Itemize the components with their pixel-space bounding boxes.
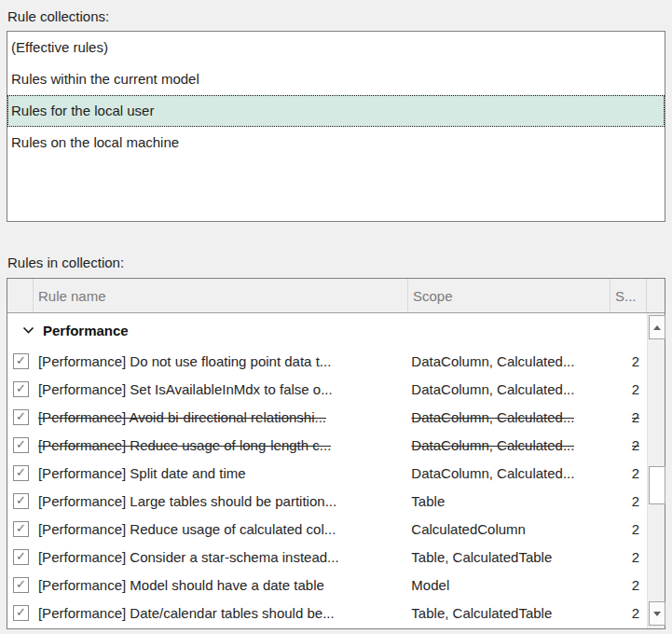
rule-scope: DataColumn, Calculated... bbox=[411, 409, 574, 425]
group-header-label: Performance bbox=[43, 323, 129, 338]
rule-collection-item[interactable]: Rules for the local user bbox=[7, 95, 665, 127]
rule-severity: 2 bbox=[632, 381, 639, 397]
rule-name-column-label: Rule name bbox=[38, 288, 106, 304]
rule-name: [Performance] Set IsAvailableInMdx to fa… bbox=[38, 381, 333, 397]
rule-scope: DataColumn, Calculated... bbox=[411, 437, 574, 453]
vertical-scrollbar[interactable] bbox=[647, 313, 665, 628]
check-icon: ✓ bbox=[16, 606, 26, 618]
checkbox-column-header[interactable] bbox=[7, 279, 34, 312]
rule-checkbox[interactable]: ✓ bbox=[13, 353, 29, 369]
rule-name: [Performance] Consider a star-schema ins… bbox=[38, 549, 339, 565]
rule-row-checkbox-cell: ✓ bbox=[7, 571, 34, 599]
rule-checkbox[interactable]: ✓ bbox=[13, 521, 29, 537]
rules-dialog: Rule collections: (Effective rules) Rule… bbox=[0, 0, 672, 629]
rule-checkbox[interactable]: ✓ bbox=[13, 381, 29, 397]
rule-row[interactable]: ✓ [Performance] Split date and time Data… bbox=[7, 459, 647, 487]
rule-row[interactable]: ✓ [Performance] Avoid bi-directional rel… bbox=[7, 403, 647, 431]
scope-column-label: Scope bbox=[413, 288, 453, 304]
rule-name: [Performance] Reduce usage of calculated… bbox=[38, 521, 336, 537]
rule-name: [Performance] Do not use floating point … bbox=[38, 353, 331, 369]
rule-name: [Performance] Model should have a date t… bbox=[38, 577, 324, 593]
rules-in-collection-label: Rules in collection: bbox=[7, 254, 665, 271]
rule-row[interactable]: ✓ [Performance] Model should have a date… bbox=[7, 571, 647, 599]
scrollbar-thumb[interactable] bbox=[649, 466, 665, 504]
rule-collection-item[interactable]: (Effective rules) bbox=[7, 32, 665, 63]
rule-row-checkbox-cell: ✓ bbox=[7, 459, 34, 487]
rule-name: [Performance] Reduce usage of long-lengt… bbox=[38, 437, 331, 453]
scroll-down-button[interactable] bbox=[649, 601, 665, 626]
rule-checkbox[interactable]: ✓ bbox=[13, 549, 29, 565]
scope-column-header[interactable]: Scope bbox=[408, 279, 610, 312]
rule-row-severity-cell: 2 bbox=[610, 431, 647, 459]
rule-row-checkbox-cell: ✓ bbox=[7, 375, 34, 403]
rules-table-header: Rule name Scope S... bbox=[7, 279, 665, 313]
triangle-down-icon bbox=[653, 612, 661, 616]
rule-scope: CalculatedColumn bbox=[411, 521, 526, 537]
rule-checkbox[interactable]: ✓ bbox=[13, 605, 29, 621]
rule-name-column-header[interactable]: Rule name bbox=[34, 279, 408, 312]
rule-severity: 2 bbox=[632, 465, 639, 481]
rule-row-name-cell: [Performance] Do not use floating point … bbox=[34, 347, 407, 375]
check-icon: ✓ bbox=[16, 382, 26, 394]
check-icon: ✓ bbox=[16, 494, 26, 506]
check-icon: ✓ bbox=[16, 410, 26, 422]
rule-scope: Table, CalculatedTable bbox=[411, 605, 552, 621]
rule-collections-label: Rule collections: bbox=[7, 7, 665, 25]
chevron-down-icon[interactable] bbox=[22, 326, 34, 335]
rule-row[interactable]: ✓ [Performance] Large tables should be p… bbox=[7, 487, 647, 515]
rule-scope: DataColumn, Calculated... bbox=[411, 381, 574, 397]
rule-severity: 2 bbox=[632, 549, 639, 565]
rule-row-severity-cell: 2 bbox=[610, 599, 647, 627]
rule-row-checkbox-cell: ✓ bbox=[7, 431, 34, 459]
rule-row-checkbox-cell: ✓ bbox=[7, 347, 34, 375]
rule-row-severity-cell: 2 bbox=[610, 403, 647, 431]
check-icon: ✓ bbox=[16, 550, 26, 562]
rule-collection-item-label: Rules for the local user bbox=[11, 103, 154, 118]
rule-name: [Performance] Split date and time bbox=[38, 465, 246, 481]
rule-row-checkbox-cell: ✓ bbox=[7, 599, 34, 627]
rule-row-severity-cell: 2 bbox=[610, 375, 647, 403]
rule-checkbox[interactable]: ✓ bbox=[13, 493, 29, 509]
rule-row-scope-cell: CalculatedColumn bbox=[407, 515, 610, 543]
rule-collections-listbox: (Effective rules) Rules within the curre… bbox=[7, 31, 665, 222]
rule-row-scope-cell: Table bbox=[407, 487, 610, 515]
rule-row-scope-cell: Table, CalculatedTable bbox=[407, 599, 610, 627]
rule-row-severity-cell: 2 bbox=[610, 487, 647, 515]
scroll-up-button[interactable] bbox=[649, 315, 665, 339]
rule-checkbox[interactable]: ✓ bbox=[13, 409, 29, 425]
rule-row-checkbox-cell: ✓ bbox=[7, 515, 34, 543]
rule-row-name-cell: [Performance] Model should have a date t… bbox=[34, 571, 407, 599]
rule-scope: Model bbox=[411, 577, 449, 593]
rule-row-name-cell: [Performance] Consider a star-schema ins… bbox=[34, 543, 407, 571]
rule-checkbox[interactable]: ✓ bbox=[13, 437, 29, 453]
rule-severity: 2 bbox=[632, 521, 639, 537]
check-icon: ✓ bbox=[16, 578, 26, 590]
rule-row-scope-cell: Model bbox=[407, 571, 610, 599]
rule-row-name-cell: [Performance] Split date and time bbox=[34, 459, 407, 487]
rule-checkbox[interactable]: ✓ bbox=[13, 577, 29, 593]
rule-row[interactable]: ✓ [Performance] Reduce usage of calculat… bbox=[7, 515, 647, 543]
rule-row-checkbox-cell: ✓ bbox=[7, 543, 34, 571]
group-header-performance[interactable]: Performance bbox=[7, 313, 647, 347]
rule-scope: Table, CalculatedTable bbox=[411, 549, 552, 565]
rule-collection-item[interactable]: Rules on the local machine bbox=[7, 127, 665, 158]
rule-scope: DataColumn, Calculated... bbox=[411, 465, 574, 481]
rule-row[interactable]: ✓ [Performance] Reduce usage of long-len… bbox=[7, 431, 647, 459]
rule-severity: 2 bbox=[632, 409, 639, 425]
rule-row-name-cell: [Performance] Set IsAvailableInMdx to fa… bbox=[34, 375, 407, 403]
rule-collection-item[interactable]: Rules within the current model bbox=[7, 63, 665, 95]
rule-row[interactable]: ✓ [Performance] Consider a star-schema i… bbox=[7, 543, 647, 571]
rule-row-scope-cell: DataColumn, Calculated... bbox=[407, 431, 610, 459]
rule-row[interactable]: ✓ [Performance] Do not use floating poin… bbox=[7, 347, 647, 375]
check-icon: ✓ bbox=[16, 354, 26, 366]
rule-row-name-cell: [Performance] Reduce usage of long-lengt… bbox=[34, 431, 407, 459]
severity-column-header[interactable]: S... bbox=[610, 279, 647, 312]
rule-row-scope-cell: DataColumn, Calculated... bbox=[407, 375, 610, 403]
rule-checkbox[interactable]: ✓ bbox=[13, 465, 29, 481]
rule-row-scope-cell: Table, CalculatedTable bbox=[407, 543, 610, 571]
rules-table-body: Performance ✓ [Performance] Do not use f… bbox=[7, 313, 665, 628]
rule-row[interactable]: ✓ [Performance] Date/calendar tables sho… bbox=[7, 599, 647, 627]
rule-row[interactable]: ✓ [Performance] Set IsAvailableInMdx to … bbox=[7, 375, 647, 403]
rule-row-severity-cell: 2 bbox=[610, 347, 647, 375]
rule-severity: 2 bbox=[632, 353, 639, 369]
